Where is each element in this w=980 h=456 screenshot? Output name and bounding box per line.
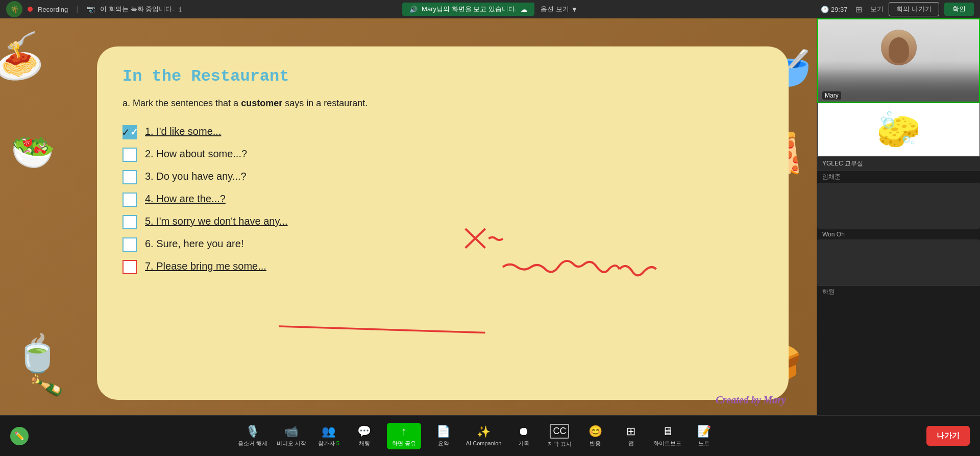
confirm-button[interactable]: 확인 (944, 3, 974, 16)
svg-line-2 (279, 326, 485, 332)
slide-title: In the Restaurant (122, 67, 763, 86)
list-item: 3. Do you have any...? (122, 169, 763, 184)
toolbar-center: 🎙️ 음소거 해제 📹 비디오 시작 👥 참가자 5 💬 채팅 (29, 423, 926, 449)
info-icon[interactable]: ℹ (179, 6, 182, 13)
created-by-text: Created by Mary (716, 394, 786, 406)
video-label: 비디오 시작 (277, 440, 306, 447)
whiteboard-button[interactable]: 🖥 화이트보드 (653, 425, 681, 447)
video-wrapper: 📹 비디오 시작 (277, 425, 306, 447)
recording-dot (28, 7, 33, 12)
summary-wrapper: 📄 요약 (430, 425, 457, 447)
camera-icon: 📷 (86, 5, 95, 13)
chat-icon: 💬 (357, 425, 371, 438)
checkbox-6[interactable] (122, 237, 137, 252)
ai-icon: ✨ (477, 425, 491, 439)
chat-label: 채팅 (359, 440, 370, 447)
cc-icon: CC (550, 424, 569, 439)
chat-bubble-wonoh (817, 239, 980, 285)
yglec-label: YGLEC 교무실 (817, 156, 980, 171)
chevron-down-icon: ▼ (571, 6, 578, 13)
chat-name-hawon: 하원 (817, 285, 980, 298)
leave-button[interactable]: 회의 나가기 (889, 2, 939, 16)
checkbox-3[interactable] (122, 170, 137, 184)
record-label: 기록 (518, 440, 529, 447)
whiteboard-icon: 🖥 (662, 425, 673, 438)
participants-wrapper: 👥 참가자 5 (315, 425, 342, 447)
exit-button[interactable]: 나가기 (926, 426, 970, 446)
view-label: 보기 (870, 5, 884, 14)
participants-button[interactable]: 👥 참가자 5 (315, 425, 342, 447)
time-display: 🕐 29:37 (821, 6, 847, 13)
sharing-text: Mary님의 화면을 보고 있습니다. (422, 5, 517, 14)
notes-button[interactable]: 📝 노트 (691, 425, 717, 447)
options-button[interactable]: 옵션 보기 ▼ (541, 5, 578, 14)
summary-label: 요약 (438, 440, 449, 447)
chat-name-imchaejun: 임채준 (817, 171, 980, 183)
pen-icon: ✏️ (14, 431, 24, 441)
whiteboard-wrapper: 🖥 화이트보드 (653, 425, 681, 447)
bottom-toolbar: ✏️ 🎙️ 음소거 해제 📹 비디오 시작 👥 참가자 5 (0, 415, 980, 456)
react-button[interactable]: 😊 반응 (582, 425, 608, 447)
checkbox-7[interactable] (122, 260, 137, 274)
share-wrapper: ↑ 화면 공유 (387, 423, 421, 449)
chat-button[interactable]: 💬 채팅 (351, 425, 378, 447)
slide-area: 🍝 🥗 🍵 🍾 🥣 🍕 🍞 🍴 In the Restaurant a. Mar… (0, 18, 817, 415)
food-decoration-salad: 🥗 (7, 127, 58, 176)
mute-wrapper: 🎙️ 음소거 해제 (238, 425, 267, 447)
toolbar-left: ✏️ (10, 427, 29, 445)
cc-wrapper: CC 자막 표시 (546, 424, 573, 448)
record-button[interactable]: ⏺ 기록 (510, 425, 537, 447)
chat-bubble-imchaejun (817, 183, 980, 229)
participants-icon: 👥 (322, 425, 335, 438)
grid-icon: ⊞ (855, 5, 862, 14)
apps-button[interactable]: ⊞ 앱 (618, 425, 644, 447)
cloud-icon: ☁ (521, 6, 527, 13)
sharing-banner: 🔊 Mary님의 화면을 보고 있습니다. ☁ (402, 3, 534, 16)
logo: 🌴 (6, 1, 22, 17)
options-label: 옵션 보기 (541, 5, 569, 14)
right-panel: Mary 🧽 YGLEC 교무실 임채준 Won Oh 하원 (817, 18, 980, 415)
checklist: ✓ 1. I'd like some... 2. How about some.… (122, 124, 763, 274)
record-icon: ⏺ (518, 425, 529, 438)
topbar-center: 🔊 Mary님의 화면을 보고 있습니다. ☁ 옵션 보기 ▼ (402, 3, 578, 16)
video-button[interactable]: 📹 비디오 시작 (277, 425, 306, 447)
notes-wrapper: 📝 노트 (691, 425, 717, 447)
customer-word: customer (241, 98, 282, 108)
checkbox-5[interactable] (122, 215, 137, 229)
participant-name-mary: Mary (822, 91, 841, 100)
topbar-right: 🕐 29:37 ⊞ 보기 회의 나가기 확인 (821, 2, 974, 16)
checkbox-1[interactable]: ✓ (122, 125, 137, 139)
react-wrapper: 😊 반응 (582, 425, 608, 447)
chat-wrapper: 💬 채팅 (351, 425, 378, 447)
mute-label: 음소거 해제 (238, 440, 267, 447)
mute-button[interactable]: 🎙️ 음소거 해제 (238, 425, 267, 447)
apps-icon: ⊞ (626, 425, 635, 438)
slide-content-box: In the Restaurant a. Mark the sentences … (97, 46, 789, 400)
main-area: 🍝 🥗 🍵 🍾 🥣 🍕 🍞 🍴 In the Restaurant a. Mar… (0, 18, 980, 415)
summary-button[interactable]: 📄 요약 (430, 425, 457, 447)
whiteboard-label: 화이트보드 (653, 440, 681, 447)
notes-label: 노트 (698, 440, 709, 447)
checkbox-4[interactable] (122, 193, 137, 207)
chat-name-wonoh: Won Oh (817, 229, 980, 239)
recording-label: Recording (38, 6, 68, 13)
notes-icon: 📝 (697, 425, 711, 438)
cc-button[interactable]: CC 자막 표시 (546, 424, 573, 448)
share-icon: ↑ (401, 425, 407, 438)
share-button[interactable]: ↑ 화면 공유 (387, 423, 421, 449)
participants-label: 참가자 5 (318, 440, 339, 447)
react-label: 반응 (590, 440, 601, 447)
pen-button[interactable]: ✏️ (10, 427, 29, 445)
list-item: 7. Please bring me some... (122, 259, 763, 274)
apps-label: 앱 (628, 440, 634, 447)
notice-text: 이 회의는 녹화 중입니다. (100, 5, 174, 14)
list-item: ✓ 1. I'd like some... (122, 124, 763, 139)
list-item: 4. How are the...? (122, 191, 763, 207)
food-decoration-pasta: 🍝 (0, 30, 47, 86)
share-label: 화면 공유 (392, 440, 416, 447)
ai-button[interactable]: ✨ AI Companion (466, 425, 502, 446)
checkbox-2[interactable] (122, 148, 137, 162)
ai-wrapper: ✨ AI Companion (466, 425, 502, 446)
slide-instruction: a. Mark the sentences that a customer sa… (122, 97, 763, 110)
react-icon: 😊 (589, 425, 602, 438)
